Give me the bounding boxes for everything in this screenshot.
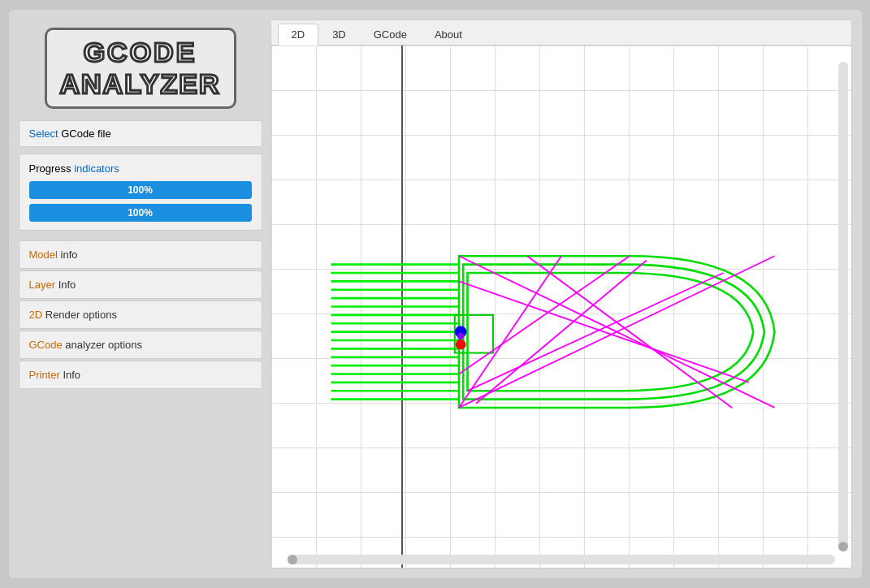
tab-about[interactable]: About: [421, 24, 476, 45]
gcode-drawing: [271, 45, 851, 568]
tab-3d[interactable]: 3D: [318, 24, 360, 45]
nav-section: Model info Layer Info 2D Render options …: [19, 240, 262, 389]
sidebar-item-gcode-options[interactable]: GCode analyzer options: [19, 331, 262, 359]
progress-title: Progress indicators: [29, 162, 252, 175]
logo-area: GCODE ANALYZER: [19, 19, 262, 120]
sidebar-item-printer-info[interactable]: Printer Info: [19, 361, 262, 389]
sidebar-item-model-info[interactable]: Model info: [19, 240, 262, 269]
select-gcode-section: Select GCode file: [19, 120, 262, 147]
select-gcode-button[interactable]: Select GCode file: [19, 120, 262, 147]
sidebar-item-render-options[interactable]: 2D Render options: [19, 300, 262, 329]
tab-2d[interactable]: 2D: [278, 24, 319, 45]
progress-bar-2: 100%: [29, 204, 252, 222]
logo-line1: GCODE: [60, 37, 221, 68]
svg-line-21: [527, 256, 732, 408]
sidebar-item-layer-info[interactable]: Layer Info: [19, 270, 262, 299]
scrollbar-v-thumb[interactable]: [838, 542, 848, 551]
progress-label-1: 100%: [29, 184, 252, 196]
canvas-area: [271, 45, 851, 568]
svg-point-26: [455, 339, 465, 349]
progress-label-2: 100%: [29, 207, 252, 218]
progress-bar-1: 100%: [29, 181, 252, 199]
tab-bar: 2D 3D GCode About: [271, 20, 851, 45]
app-container: GCODE ANALYZER Select GCode file Progres…: [9, 10, 862, 578]
progress-section: Progress indicators 100% 100%: [19, 153, 262, 231]
sidebar: GCODE ANALYZER Select GCode file Progres…: [19, 19, 262, 569]
logo-line2: ANALYZER: [60, 68, 221, 100]
scrollbar-vertical[interactable]: [838, 62, 848, 551]
svg-point-27: [457, 333, 463, 339]
main-area: 2D 3D GCode About: [271, 19, 852, 569]
scrollbar-horizontal[interactable]: [288, 555, 835, 564]
scrollbar-h-thumb[interactable]: [288, 555, 297, 564]
tab-gcode[interactable]: GCode: [360, 24, 421, 45]
svg-line-19: [459, 256, 561, 408]
